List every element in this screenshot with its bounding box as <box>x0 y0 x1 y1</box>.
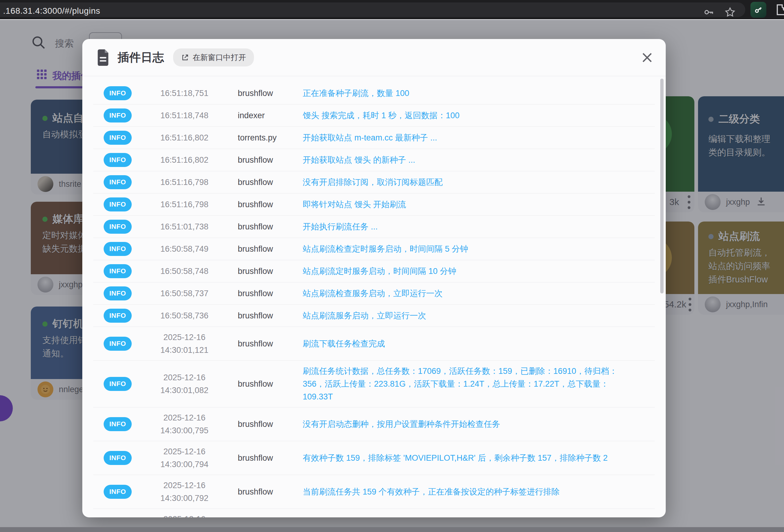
log-row: INFO 2025-12-1614:30:01,121 brushflow 刷流… <box>93 327 655 360</box>
log-row: INFO 2025-12-1614:30:01,082 brushflow 刷流… <box>93 360 655 407</box>
log-level-badge: INFO <box>104 451 132 465</box>
log-component: brushflow <box>226 267 291 276</box>
log-time: 16:50:58,749 <box>143 242 226 255</box>
password-key-icon[interactable] <box>703 6 715 18</box>
document-icon <box>96 49 110 66</box>
log-time: 16:51:01,738 <box>143 220 226 233</box>
log-component: brushflow <box>226 244 291 254</box>
log-time: 2025-12-1614:30:00,795 <box>143 411 226 437</box>
log-level-badge: INFO <box>104 417 132 431</box>
bookmark-star-icon[interactable] <box>724 6 736 18</box>
log-message[interactable]: 正在准备种子刷流，数量 100 <box>291 87 655 100</box>
log-component: brushflow <box>226 222 291 232</box>
log-component: brushflow <box>226 339 291 349</box>
log-time: 2025-12-1614:30:00,794 <box>143 445 226 471</box>
log-component: brushflow <box>226 420 291 429</box>
log-component: brushflow <box>226 200 291 209</box>
log-time: 2025-12-1614:30:01,082 <box>143 371 226 397</box>
log-level-badge: INFO <box>104 485 132 499</box>
external-link-icon <box>181 54 189 62</box>
log-row: INFO 2025-12-1614:30:00,792 brushflow 当前… <box>93 475 655 508</box>
log-time: 16:51:16,798 <box>143 198 226 211</box>
log-component: brushflow <box>226 453 291 463</box>
log-level-badge: INFO <box>104 264 132 278</box>
log-component: brushflow <box>226 89 291 98</box>
modal-scrollbar-thumb[interactable] <box>660 79 664 293</box>
log-message[interactable]: 开始执行刷流任务 ... <box>291 220 655 233</box>
log-row: INFO 16:51:16,802 torrents.py 开始获取站点 m-t… <box>93 126 655 149</box>
log-row: INFO 16:50:58,749 brushflow 站点刷流检查定时服务启动… <box>93 238 655 260</box>
url-text[interactable]: .168.31.4:3000/#/plugins <box>3 6 100 16</box>
log-time: 16:51:16,798 <box>143 176 226 188</box>
log-row: INFO 16:51:16,798 brushflow 没有开启排除订阅，取消订… <box>93 171 655 193</box>
log-message[interactable]: 即将针对站点 馒头 开始刷流 <box>291 198 655 211</box>
log-time: 2025-12-1614:30:01,121 <box>143 331 226 356</box>
log-level-badge: INFO <box>104 153 132 167</box>
log-row: INFO 16:51:16,802 brushflow 开始获取站点 馒头 的新… <box>93 149 655 171</box>
log-table: INFO 16:51:18,751 brushflow 正在准备种子刷流，数量 … <box>82 76 666 518</box>
log-component: brushflow <box>226 178 291 187</box>
open-in-new-window-button[interactable]: 在新窗口中打开 <box>173 49 254 66</box>
log-component: brushflow <box>226 289 291 298</box>
log-level-badge: INFO <box>104 337 132 351</box>
log-row: INFO 2025-12-1614:30:00,784 brushflow 共有… <box>93 508 655 518</box>
log-component: brushflow <box>226 311 291 321</box>
modal-title: 插件日志 <box>118 50 164 65</box>
log-message[interactable]: 刷流下载任务检查完成 <box>291 337 655 350</box>
log-row: INFO 2025-12-1614:30:00,794 brushflow 有效… <box>93 441 655 475</box>
address-bar[interactable]: .168.31.4:3000/#/plugins <box>0 2 745 17</box>
log-time: 16:51:16,802 <box>143 154 226 166</box>
log-message[interactable]: 站点刷流检查定时服务启动，时间间隔 5 分钟 <box>291 242 655 255</box>
log-level-badge: INFO <box>104 377 132 391</box>
log-level-badge: INFO <box>104 287 132 300</box>
log-row: INFO 16:51:01,738 brushflow 开始执行刷流任务 ... <box>93 215 655 238</box>
screen: .168.31.4:3000/#/plugins <box>0 0 784 532</box>
log-time: 16:50:58,736 <box>143 309 226 322</box>
log-message[interactable]: 站点刷流定时服务启动，时间间隔 10 分钟 <box>291 265 655 277</box>
log-time: 2025-12-1614:30:00,784 <box>143 513 226 518</box>
log-row: INFO 16:50:58,748 brushflow 站点刷流定时服务启动，时… <box>93 260 655 282</box>
log-time: 16:50:58,737 <box>143 287 226 300</box>
log-time: 16:50:58,748 <box>143 265 226 277</box>
plugin-log-modal: 插件日志 在新窗口中打开 INFO 16:51:18,751 brushflow… <box>82 39 666 518</box>
log-message[interactable]: 站点刷流服务启动，立即运行一次 <box>291 309 655 322</box>
log-component: brushflow <box>226 487 291 497</box>
log-message[interactable]: 开始获取站点 馒头 的新种子 ... <box>291 154 655 166</box>
log-message[interactable]: 刷流任务统计数据，总任务数：17069，活跃任务数：159，已删除：16910，… <box>291 365 655 403</box>
log-time: 16:51:18,751 <box>143 87 226 100</box>
extension-keepass-icon[interactable] <box>751 2 766 18</box>
log-time: 16:51:18,748 <box>143 109 226 122</box>
log-level-badge: INFO <box>104 86 132 100</box>
log-time: 16:51:16,802 <box>143 131 226 144</box>
log-row: INFO 2025-12-1614:30:00,795 brushflow 没有… <box>93 407 655 441</box>
log-level-badge: INFO <box>104 198 132 211</box>
log-level-badge: INFO <box>104 220 132 234</box>
log-message[interactable]: 没有开启动态删种，按用户设置删种条件开始检查任务 <box>291 418 655 431</box>
extensions-puzzle-icon[interactable] <box>774 2 784 17</box>
log-message[interactable]: 没有开启排除订阅，取消订阅标题匹配 <box>291 176 655 188</box>
log-message[interactable]: 有效种子数 159，排除标签 'MOVIEPILOT,H&R' 后，剩余种子数 … <box>291 451 655 464</box>
log-row: INFO 16:51:18,751 brushflow 正在准备种子刷流，数量 … <box>93 82 655 104</box>
log-component: brushflow <box>226 155 291 165</box>
log-level-badge: INFO <box>104 109 132 122</box>
log-row: INFO 16:51:16,798 brushflow 即将针对站点 馒头 开始… <box>93 193 655 215</box>
log-message[interactable]: 当前刷流任务共 159 个有效种子，正在准备按设定的种子标签进行排除 <box>291 485 655 498</box>
log-level-badge: INFO <box>104 175 132 189</box>
log-message[interactable]: 站点刷流检查服务启动，立即运行一次 <box>291 287 655 300</box>
log-level-badge: INFO <box>104 309 132 323</box>
modal-header: 插件日志 在新窗口中打开 <box>82 39 666 76</box>
log-component: brushflow <box>226 379 291 389</box>
log-component: torrents.py <box>226 133 291 143</box>
log-level-badge: INFO <box>104 131 132 145</box>
log-component: indexer <box>226 111 291 120</box>
log-level-badge: INFO <box>104 242 132 256</box>
close-icon[interactable] <box>640 51 654 65</box>
browser-toolbar: .168.31.4:3000/#/plugins <box>0 0 784 19</box>
log-message[interactable]: 馒头 搜索完成，耗时 1 秒，返回数据：100 <box>291 109 655 122</box>
taskbar-strip <box>0 527 784 532</box>
log-time: 2025-12-1614:30:00,792 <box>143 479 226 505</box>
log-row: INFO 16:50:58,736 brushflow 站点刷流服务启动，立即运… <box>93 304 655 327</box>
log-row: INFO 16:50:58,737 brushflow 站点刷流检查服务启动，立… <box>93 282 655 304</box>
log-message[interactable]: 开始获取站点 m-team.cc 最新种子 ... <box>291 131 655 144</box>
log-row: INFO 16:51:18,748 indexer 馒头 搜索完成，耗时 1 秒… <box>93 104 655 126</box>
